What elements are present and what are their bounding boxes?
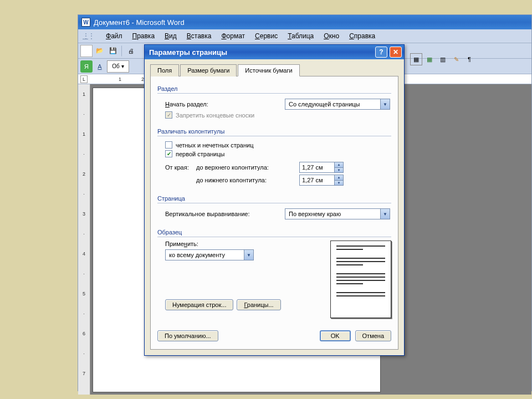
word-menubar: ⋮⋮ Файл Правка Вид Вставка Формат Сервис… [78,29,531,43]
to-header-label: до верхнего колонтитула: [196,164,296,171]
first-page-checkbox[interactable]: ✔ [165,150,172,157]
word-app-icon: W [81,18,90,27]
valign-value: По верхнему краю [285,211,380,217]
tab-paper-source[interactable]: Источник бумаги [238,64,299,76]
valign-combo[interactable]: По верхнему краю ▼ [285,208,390,219]
from-edge-label: От края: [165,164,193,171]
valign-label: Вертикальное выравнивание: [165,211,282,217]
menu-view[interactable]: Вид [162,31,179,41]
suppress-endnotes-label: Запретить концевые сноски [176,112,254,119]
menu-insert[interactable]: Вставка [185,31,214,41]
menu-window[interactable]: Окно [321,31,341,41]
chevron-down-icon: ▼ [380,99,390,109]
ruler-corner: L [80,75,88,83]
chevron-down-icon[interactable]: ▼ [335,168,343,173]
tab-paper-size[interactable]: Размер бумаги [180,64,237,76]
table-icon[interactable]: ▦ [410,53,422,65]
borders-button[interactable]: Границы... [237,299,280,310]
footer-distance-value[interactable] [300,175,334,185]
headers-group-label: Различать колонтитулы [157,128,391,135]
start-section-combo[interactable]: Со следующей страницы ▼ [285,99,390,110]
line-numbers-button[interactable]: Нумерация строк... [165,299,233,310]
language-icon[interactable]: Я [80,60,93,73]
close-button[interactable]: ✕ [390,47,402,58]
apply-to-value: ко всему документу [166,252,244,258]
header-distance-spinner[interactable]: ▲▼ [299,162,344,173]
section-group-label: Раздел [157,85,391,92]
new-doc-icon[interactable] [80,45,93,57]
header-distance-value[interactable] [300,162,334,172]
drawing-icon[interactable]: ✎ [450,53,462,65]
apply-to-combo[interactable]: ко всему документу ▼ [165,249,254,260]
to-footer-label: до нижнего колонтитула: [196,177,296,183]
toolbar-separator [121,45,122,57]
chevron-down-icon: ▼ [380,209,390,219]
menu-tools[interactable]: Сервис [253,31,280,41]
vertical-ruler: 1 · 1 · 2 · 3 · 4 · 5 · 6 · 7 [78,84,90,395]
preview-group-label: Образец [157,229,391,236]
odd-even-label: четных и нечетных страниц [176,142,253,149]
menu-table[interactable]: Таблица [285,31,316,41]
odd-even-checkbox[interactable] [165,141,172,149]
default-button[interactable]: По умолчанию... [157,330,218,341]
chevron-down-icon: ▼ [244,250,253,260]
help-button[interactable]: ? [375,47,387,58]
start-section-value: Со следующей страницы [285,101,380,108]
menu-help[interactable]: Справка [347,31,377,41]
chevron-up-icon[interactable]: ▲ [335,175,343,181]
dialog-tabs: Поля Размер бумаги Источник бумаги [150,64,398,76]
style-dropdown[interactable]: Об ▾ [107,60,129,73]
page-group-label: Страница [157,195,391,202]
save-icon[interactable]: 💾 [107,45,119,57]
word-titlebar: W Документ6 - Microsoft Word [78,15,531,29]
open-icon[interactable]: 📂 [94,45,106,57]
ok-button[interactable]: OK [320,330,351,341]
page-setup-dialog: Параметры страницы ? ✕ Поля Размер бумаг… [144,44,405,356]
chevron-up-icon[interactable]: ▲ [335,162,343,168]
columns-icon[interactable]: ▥ [437,53,449,65]
menubar-grip-icon: ⋮⋮ [80,31,96,41]
tab-panel: Раздел ННачать раздел:ачать раздел: Со с… [150,76,398,350]
menu-file[interactable]: Файл [104,31,125,41]
styles-icon[interactable]: A [94,60,106,73]
suppress-endnotes-checkbox: ✓ [165,111,172,119]
start-section-label: ННачать раздел:ачать раздел: [165,101,282,108]
tab-margins[interactable]: Поля [150,64,179,76]
word-title-text: Документ6 - Microsoft Word [94,18,185,27]
excel-icon[interactable]: ▦ [423,53,436,65]
first-page-label: первой страницы [176,151,224,157]
right-toolbar-fragment: ▦ ▦ ▥ ✎ ¶ [410,53,475,65]
apply-to-label: Применить: [165,241,314,247]
dialog-titlebar[interactable]: Параметры страницы ? ✕ [145,45,404,59]
menu-format[interactable]: Формат [219,31,247,41]
show-hide-icon[interactable]: ¶ [463,53,475,65]
cancel-button[interactable]: Отмена [355,330,391,341]
footer-distance-spinner[interactable]: ▲▼ [299,175,344,186]
menu-edit[interactable]: Правка [130,31,157,41]
page-preview [330,241,391,318]
chevron-down-icon[interactable]: ▼ [335,181,343,186]
dialog-title-text: Параметры страницы [149,48,227,57]
print-icon[interactable]: 🖨 [125,45,137,57]
